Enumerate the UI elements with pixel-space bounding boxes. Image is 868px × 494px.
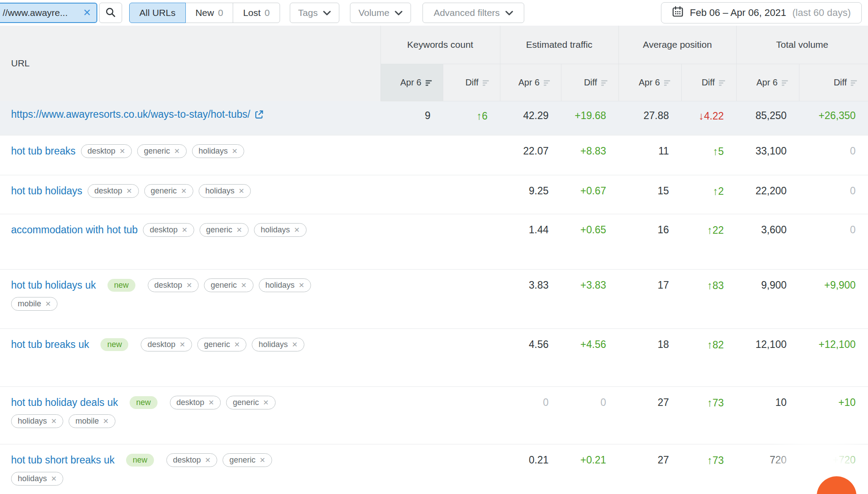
tab-all-urls-label: All URLs: [139, 8, 176, 18]
subcolumn-header-apr6-6[interactable]: Apr 6: [736, 64, 799, 101]
remove-tag-icon[interactable]: ✕: [292, 340, 297, 349]
tag-label: desktop: [173, 455, 201, 465]
clear-search-icon[interactable]: ✕: [83, 7, 91, 19]
subcolumn-header-diff-3[interactable]: Diff: [561, 64, 618, 101]
remove-tag-icon[interactable]: ✕: [241, 281, 246, 289]
tag-pill-desktop: desktop✕: [170, 396, 221, 409]
remove-tag-icon[interactable]: ✕: [232, 147, 238, 155]
tag-label: generic: [206, 225, 232, 235]
metric-cell: 0.21: [500, 444, 561, 494]
subcolumn-label: Apr 6: [518, 77, 540, 87]
url-keywords-table: URL Keywords count Estimated traffic Ave…: [0, 26, 868, 494]
sort-icon: [483, 80, 489, 86]
subcolumn-header-diff-5[interactable]: Diff: [681, 64, 736, 101]
tab-new[interactable]: New 0: [185, 3, 234, 23]
remove-tag-icon[interactable]: ✕: [181, 226, 187, 234]
remove-tag-icon[interactable]: ✕: [51, 417, 57, 425]
metric-cell: 0: [799, 135, 868, 175]
remove-tag-icon[interactable]: ✕: [119, 147, 125, 155]
date-range-picker[interactable]: Feb 06 – Apr 06, 2021 (last 60 days): [661, 2, 862, 23]
metric-cell: +4.56: [561, 328, 618, 386]
column-group-average-position: Average position: [618, 26, 736, 64]
metric-cell: +19.68: [561, 101, 618, 135]
metric-cell: [380, 386, 443, 444]
metric-cell: 42.29: [500, 101, 561, 135]
metric-cell: +0.65: [561, 214, 618, 269]
column-group-estimated-traffic: Estimated traffic: [500, 26, 618, 64]
url-search-group: //www.awayre... ✕: [0, 3, 122, 23]
advanced-filters-dropdown[interactable]: Advanced filters: [422, 3, 524, 23]
keyword-row: hot tub breaksdesktop✕generic✕holidays✕2…: [0, 135, 868, 175]
sort-icon: [851, 80, 857, 86]
remove-tag-icon[interactable]: ✕: [238, 187, 244, 195]
label-cell: hot tub holiday deals uknewdesktop✕gener…: [0, 386, 380, 444]
tags-filter-dropdown[interactable]: Tags: [290, 3, 339, 23]
remove-tag-icon[interactable]: ✕: [263, 398, 269, 407]
url-link[interactable]: https://www.awayresorts.co.uk/ways-to-st…: [11, 108, 264, 120]
subcolumn-header-apr6-4[interactable]: Apr 6: [618, 64, 681, 101]
keyword-link[interactable]: accommodation with hot tub: [11, 224, 138, 236]
keyword-link[interactable]: hot tub short breaks uk: [11, 454, 115, 466]
remove-tag-icon[interactable]: ✕: [45, 300, 51, 308]
keyword-link[interactable]: hot tub breaks: [11, 145, 76, 157]
keyword-link[interactable]: hot tub holidays: [11, 185, 82, 197]
remove-tag-icon[interactable]: ✕: [205, 456, 211, 464]
tab-new-count: 0: [218, 8, 223, 18]
date-range-label: Feb 06 – Apr 06, 2021: [690, 7, 786, 19]
up-arrow-icon: ↑: [707, 454, 712, 466]
metric-cell: 27.88: [618, 101, 681, 135]
metric-cell: ↑2: [681, 175, 736, 214]
remove-tag-icon[interactable]: ✕: [234, 340, 240, 349]
remove-tag-icon[interactable]: ✕: [208, 398, 214, 407]
up-arrow-icon: ↑: [707, 397, 712, 409]
tag-label: holidays: [258, 340, 288, 349]
metric-cell: ↑82: [681, 328, 736, 386]
down-arrow-icon: ↓: [699, 110, 704, 122]
remove-tag-icon[interactable]: ✕: [181, 187, 187, 195]
remove-tag-icon[interactable]: ✕: [103, 417, 108, 425]
url-header-label: URL: [11, 58, 30, 68]
subcolumn-header-diff-7[interactable]: Diff: [799, 64, 868, 101]
search-button[interactable]: [99, 3, 122, 23]
metric-cell: +8.83: [561, 135, 618, 175]
url-scope-segmented-control: All URLs New 0 Lost 0: [129, 3, 280, 23]
tab-lost[interactable]: Lost 0: [233, 3, 280, 23]
filter-toolbar: //www.awayre... ✕ All URLs New 0 Lost 0 …: [0, 0, 868, 26]
keyword-row: hot tub holidaysdesktop✕generic✕holidays…: [0, 175, 868, 214]
tag-pill-holidays: holidays✕: [259, 278, 311, 292]
keyword-link[interactable]: hot tub holiday deals uk: [11, 397, 118, 409]
metric-cell: 85,250: [736, 101, 799, 135]
url-filter-input[interactable]: //www.awayre... ✕: [0, 3, 97, 23]
remove-tag-icon[interactable]: ✕: [180, 340, 185, 349]
volume-filter-dropdown[interactable]: Volume: [350, 3, 411, 23]
metric-cell: 720: [736, 444, 799, 494]
up-arrow-icon: ↑: [476, 110, 482, 122]
remove-tag-icon[interactable]: ✕: [174, 147, 180, 155]
remove-tag-icon[interactable]: ✕: [186, 281, 192, 289]
remove-tag-icon[interactable]: ✕: [51, 475, 57, 483]
remove-tag-icon[interactable]: ✕: [236, 226, 242, 234]
tag-pill-generic: generic✕: [226, 396, 275, 409]
tag-label: generic: [144, 147, 170, 156]
remove-tag-icon[interactable]: ✕: [260, 456, 265, 464]
chevron-down-icon: [505, 8, 513, 18]
tag-label: holidays: [261, 225, 290, 235]
remove-tag-icon[interactable]: ✕: [299, 281, 304, 289]
tag-pill-generic: generic✕: [197, 338, 246, 351]
subcolumn-label: Apr 6: [400, 77, 422, 87]
subcolumn-header-apr6-0[interactable]: Apr 6: [380, 64, 443, 101]
up-arrow-icon: ↑: [713, 145, 718, 157]
tag-pill-desktop: desktop✕: [166, 453, 217, 467]
tag-label: desktop: [88, 147, 115, 156]
tab-all-urls[interactable]: All URLs: [129, 3, 186, 23]
sort-icon: [664, 80, 671, 86]
keyword-link[interactable]: hot tub breaks uk: [11, 339, 89, 351]
remove-tag-icon[interactable]: ✕: [294, 226, 300, 234]
remove-tag-icon[interactable]: ✕: [126, 187, 132, 195]
label-cell: hot tub holidays uknewdesktop✕generic✕ho…: [0, 269, 380, 328]
subcolumn-header-diff-1[interactable]: Diff: [443, 64, 500, 101]
subcolumn-header-apr6-2[interactable]: Apr 6: [500, 64, 561, 101]
keyword-link[interactable]: hot tub holidays uk: [11, 279, 96, 291]
metric-cell: 4.56: [500, 328, 561, 386]
metric-cell: +26,350: [799, 101, 868, 135]
